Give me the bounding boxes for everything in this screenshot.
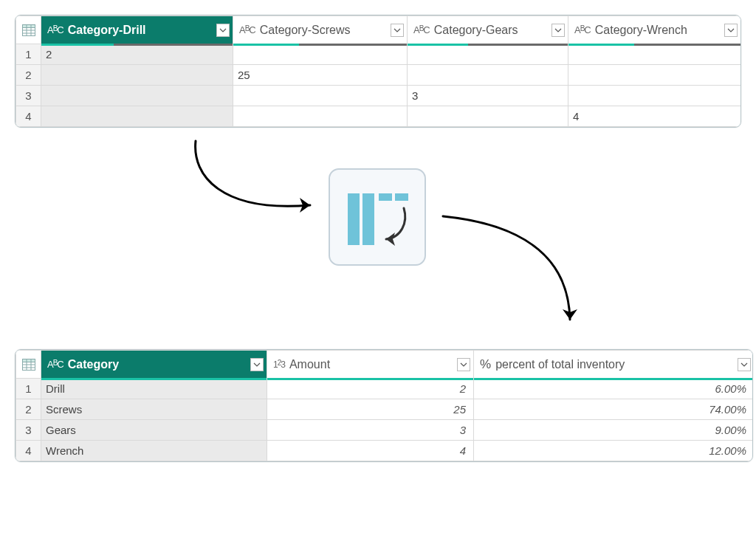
transform-diagram bbox=[15, 128, 741, 349]
cell[interactable] bbox=[41, 86, 233, 106]
column-header-category-gears[interactable]: ABC Category-Gears bbox=[408, 16, 568, 44]
table-row[interactable]: 2 25 bbox=[16, 65, 741, 86]
row-number[interactable]: 1 bbox=[16, 44, 41, 65]
source-table: ABC Category-Drill ABC Category-Screws bbox=[15, 15, 741, 128]
column-label: Category-Screws bbox=[260, 24, 386, 37]
row-number[interactable]: 3 bbox=[16, 420, 41, 441]
cell-amount[interactable]: 25 bbox=[267, 399, 474, 420]
cell-amount[interactable]: 4 bbox=[267, 441, 474, 461]
svg-rect-9 bbox=[395, 193, 408, 201]
svg-rect-7 bbox=[362, 193, 374, 245]
abc-type-icon: ABC bbox=[47, 24, 63, 35]
cell[interactable]: 25 bbox=[233, 65, 408, 86]
cell[interactable] bbox=[233, 44, 408, 65]
number-type-icon: 123 bbox=[273, 359, 285, 370]
cell-category[interactable]: Drill bbox=[41, 379, 267, 399]
svg-rect-8 bbox=[379, 193, 392, 201]
column-label: Category-Gears bbox=[434, 24, 547, 37]
unpivot-columns-icon bbox=[329, 168, 426, 266]
column-filter-button[interactable] bbox=[250, 358, 264, 371]
result-table: ABC Category 123 Amount bbox=[15, 349, 753, 462]
svg-rect-6 bbox=[348, 193, 360, 245]
cell-percent[interactable]: 12.00% bbox=[474, 441, 754, 461]
column-filter-button[interactable] bbox=[457, 358, 470, 371]
cell-amount[interactable]: 3 bbox=[267, 420, 474, 441]
column-header-percent[interactable]: % percent of total inventory bbox=[474, 351, 754, 379]
table-row[interactable]: 4 4 bbox=[16, 106, 741, 127]
cell-category[interactable]: Screws bbox=[41, 399, 267, 420]
table-icon bbox=[22, 359, 35, 371]
row-number[interactable]: 3 bbox=[16, 86, 41, 106]
table-row[interactable]: 3 3 bbox=[16, 86, 741, 106]
cell-percent[interactable]: 6.00% bbox=[474, 379, 754, 399]
cell[interactable] bbox=[41, 106, 233, 127]
row-number[interactable]: 2 bbox=[16, 65, 41, 86]
column-header-amount[interactable]: 123 Amount bbox=[267, 351, 474, 379]
table-corner-cell[interactable] bbox=[16, 351, 41, 379]
column-label: percent of total inventory bbox=[495, 358, 733, 371]
table-icon bbox=[22, 24, 35, 36]
table-corner-cell[interactable] bbox=[16, 16, 41, 44]
abc-type-icon: ABC bbox=[239, 24, 255, 35]
chevron-down-icon bbox=[554, 28, 562, 32]
table-row[interactable]: 2 Screws 25 74.00% bbox=[16, 399, 754, 420]
column-header-category-drill[interactable]: ABC Category-Drill bbox=[41, 16, 233, 44]
table-row[interactable]: 3 Gears 3 9.00% bbox=[16, 420, 754, 441]
cell-percent[interactable]: 74.00% bbox=[474, 399, 754, 420]
cell[interactable] bbox=[408, 65, 568, 86]
cell[interactable] bbox=[568, 65, 741, 86]
cell[interactable] bbox=[233, 86, 408, 106]
svg-rect-11 bbox=[22, 359, 35, 362]
arrow-out-icon bbox=[428, 202, 620, 342]
abc-type-icon: ABC bbox=[574, 24, 591, 35]
cell-category[interactable]: Gears bbox=[41, 420, 267, 441]
column-filter-button[interactable] bbox=[551, 24, 565, 37]
column-filter-button[interactable] bbox=[391, 24, 404, 37]
cell[interactable]: 3 bbox=[408, 86, 568, 106]
column-label: Category-Drill bbox=[68, 24, 212, 37]
row-number[interactable]: 2 bbox=[16, 399, 41, 420]
row-number[interactable]: 1 bbox=[16, 379, 41, 399]
cell-percent[interactable]: 9.00% bbox=[474, 420, 754, 441]
percent-type-icon: % bbox=[480, 357, 491, 372]
column-label: Category bbox=[68, 358, 246, 371]
cell[interactable]: 4 bbox=[568, 106, 741, 127]
chevron-down-icon bbox=[740, 362, 748, 367]
row-number[interactable]: 4 bbox=[16, 441, 41, 461]
cell[interactable] bbox=[233, 106, 408, 127]
column-filter-button[interactable] bbox=[738, 358, 751, 371]
column-header-category-wrench[interactable]: ABC Category-Wrench bbox=[568, 16, 741, 44]
cell-category[interactable]: Wrench bbox=[41, 441, 267, 461]
cell[interactable] bbox=[408, 106, 568, 127]
column-filter-button[interactable] bbox=[724, 24, 738, 37]
cell[interactable] bbox=[568, 44, 741, 65]
abc-type-icon: ABC bbox=[47, 359, 63, 370]
cell[interactable] bbox=[41, 65, 233, 86]
chevron-down-icon bbox=[460, 362, 467, 367]
chevron-down-icon bbox=[253, 362, 261, 367]
table-row[interactable]: 4 Wrench 4 12.00% bbox=[16, 441, 754, 461]
column-label: Amount bbox=[289, 358, 453, 371]
cell[interactable] bbox=[408, 44, 568, 65]
column-filter-button[interactable] bbox=[216, 24, 230, 37]
cell-amount[interactable]: 2 bbox=[267, 379, 474, 399]
column-header-category-screws[interactable]: ABC Category-Screws bbox=[233, 16, 408, 44]
svg-rect-1 bbox=[22, 24, 35, 27]
table-row[interactable]: 1 Drill 2 6.00% bbox=[16, 379, 754, 399]
table-row[interactable]: 1 2 bbox=[16, 44, 741, 65]
row-number[interactable]: 4 bbox=[16, 106, 41, 127]
abc-type-icon: ABC bbox=[413, 24, 430, 35]
column-label: Category-Wrench bbox=[595, 24, 720, 37]
chevron-down-icon bbox=[219, 28, 227, 32]
chevron-down-icon bbox=[394, 28, 401, 32]
column-header-category[interactable]: ABC Category bbox=[41, 351, 267, 379]
cell[interactable]: 2 bbox=[41, 44, 233, 65]
cell[interactable] bbox=[568, 86, 741, 106]
chevron-down-icon bbox=[727, 28, 735, 32]
